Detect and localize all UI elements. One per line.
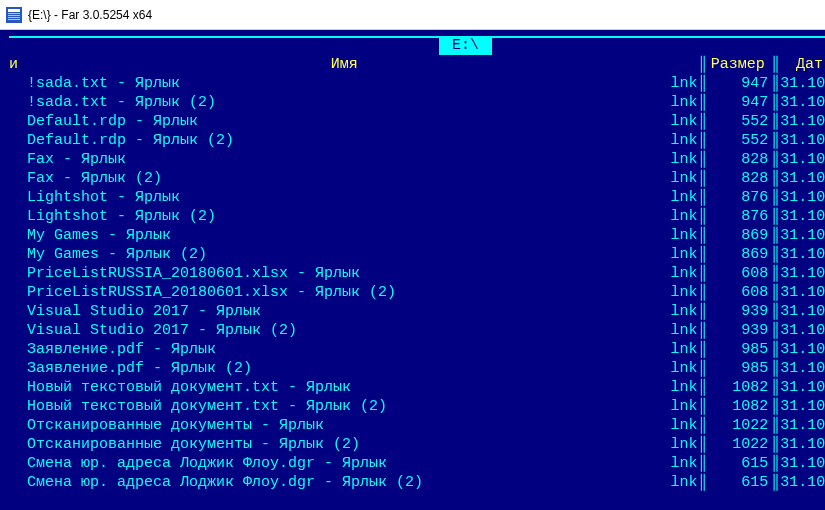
file-date: 31.10 <box>780 340 825 359</box>
file-row[interactable]: Смена юр. адреса Лоджик Флоу.dgr - Ярлык… <box>0 454 825 473</box>
file-name: Смена юр. адреса Лоджик Флоу.dgr - Ярлык <box>27 454 662 473</box>
file-name: Отсканированные документы - Ярлык (2) <box>27 435 662 454</box>
file-row[interactable]: Visual Studio 2017 - Ярлыкlnk║939║31.10 <box>0 302 825 321</box>
col-separator: ║ <box>697 188 707 207</box>
file-name: Lightshot - Ярлык <box>27 188 662 207</box>
file-name: Отсканированные документы - Ярлык <box>27 416 662 435</box>
file-row[interactable]: Fax - Ярлык (2)lnk║828║31.10 <box>0 169 825 188</box>
col-separator: ║ <box>770 188 780 207</box>
svg-rect-5 <box>8 19 20 20</box>
file-name: !sada.txt - Ярлык (2) <box>27 93 662 112</box>
file-size: 985 <box>707 340 770 359</box>
col-separator: ║ <box>697 226 707 245</box>
file-ext: lnk <box>662 131 698 150</box>
file-size: 615 <box>707 473 770 492</box>
file-row[interactable]: !sada.txt - Ярлыкlnk║947║31.10 <box>0 74 825 93</box>
file-row[interactable]: Заявление.pdf - Ярлыкlnk║985║31.10 <box>0 340 825 359</box>
file-name: PriceListRUSSIA_20180601.xlsx - Ярлык (2… <box>27 283 662 302</box>
svg-rect-2 <box>8 13 20 14</box>
file-date: 31.10 <box>780 245 825 264</box>
file-name: My Games - Ярлык <box>27 226 662 245</box>
panel-path[interactable]: E:\ <box>439 36 492 55</box>
col-separator: ║ <box>770 321 780 340</box>
file-row[interactable]: Visual Studio 2017 - Ярлык (2)lnk║939║31… <box>0 321 825 340</box>
file-name: PriceListRUSSIA_20180601.xlsx - Ярлык <box>27 264 662 283</box>
file-row[interactable]: Default.rdp - Ярлыкlnk║552║31.10 <box>0 112 825 131</box>
file-date: 31.10 <box>780 74 825 93</box>
col-separator: ║ <box>697 397 707 416</box>
file-date: 31.10 <box>780 473 825 492</box>
col-separator: ║ <box>770 302 780 321</box>
file-size: 1082 <box>707 397 770 416</box>
file-size: 552 <box>707 131 770 150</box>
window-titlebar[interactable]: {E:\} - Far 3.0.5254 x64 <box>0 0 825 30</box>
file-date: 31.10 <box>780 359 825 378</box>
col-separator: ║ <box>770 264 780 283</box>
file-row[interactable]: Lightshot - Ярлык (2)lnk║876║31.10 <box>0 207 825 226</box>
col-separator: ║ <box>697 150 707 169</box>
file-ext: lnk <box>662 93 698 112</box>
file-size: 939 <box>707 302 770 321</box>
file-row[interactable]: Fax - Ярлыкlnk║828║31.10 <box>0 150 825 169</box>
file-list[interactable]: !sada.txt - Ярлыкlnk║947║31.10!sada.txt … <box>0 74 825 492</box>
file-row[interactable]: Default.rdp - Ярлык (2)lnk║552║31.10 <box>0 131 825 150</box>
file-ext: lnk <box>662 188 698 207</box>
file-size: 1022 <box>707 416 770 435</box>
col-separator: ║ <box>697 454 707 473</box>
col-separator: ║ <box>770 283 780 302</box>
col-separator: ║ <box>697 435 707 454</box>
col-separator: ║ <box>770 74 780 93</box>
file-name: Fax - Ярлык (2) <box>27 169 662 188</box>
file-size: 939 <box>707 321 770 340</box>
col-separator: ║ <box>770 416 780 435</box>
panel-top-border: E:\ <box>0 36 825 55</box>
col-separator: ║ <box>697 416 707 435</box>
file-date: 31.10 <box>780 112 825 131</box>
file-row[interactable]: PriceListRUSSIA_20180601.xlsx - Ярлыкlnk… <box>0 264 825 283</box>
file-row[interactable]: Смена юр. адреса Лоджик Флоу.dgr - Ярлык… <box>0 473 825 492</box>
col-separator: ║ <box>697 169 707 188</box>
file-row[interactable]: Lightshot - Ярлыкlnk║876║31.10 <box>0 188 825 207</box>
file-size: 876 <box>707 188 770 207</box>
file-row[interactable]: My Games - Ярлыкlnk║869║31.10 <box>0 226 825 245</box>
file-panel[interactable]: E:\ и Имя ║ Размер ║ Дат !sada.txt - Ярл… <box>0 30 825 510</box>
file-ext: lnk <box>662 435 698 454</box>
file-row[interactable]: Отсканированные документы - Ярлык (2)lnk… <box>0 435 825 454</box>
file-row[interactable]: Новый текстовый документ.txt - Ярлык (2)… <box>0 397 825 416</box>
file-ext: lnk <box>662 283 698 302</box>
col-separator: ║ <box>770 226 780 245</box>
file-ext: lnk <box>662 264 698 283</box>
app-icon <box>6 7 22 23</box>
file-ext: lnk <box>662 397 698 416</box>
file-ext: lnk <box>662 226 698 245</box>
file-name: Lightshot - Ярлык (2) <box>27 207 662 226</box>
col-separator: ║ <box>770 169 780 188</box>
file-row[interactable]: PriceListRUSSIA_20180601.xlsx - Ярлык (2… <box>0 283 825 302</box>
col-separator: ║ <box>770 340 780 359</box>
file-name: Новый текстовый документ.txt - Ярлык (2) <box>27 397 662 416</box>
file-size: 828 <box>707 150 770 169</box>
file-name: Fax - Ярлык <box>27 150 662 169</box>
file-ext: lnk <box>662 378 698 397</box>
file-name: !sada.txt - Ярлык <box>27 74 662 93</box>
file-row[interactable]: !sada.txt - Ярлык (2)lnk║947║31.10 <box>0 93 825 112</box>
file-row[interactable]: Заявление.pdf - Ярлык (2)lnk║985║31.10 <box>0 359 825 378</box>
file-ext: lnk <box>662 454 698 473</box>
file-name: Заявление.pdf - Ярлык <box>27 340 662 359</box>
file-row[interactable]: My Games - Ярлык (2)lnk║869║31.10 <box>0 245 825 264</box>
file-date: 31.10 <box>780 283 825 302</box>
col-header-name[interactable]: Имя <box>27 55 662 74</box>
file-date: 31.10 <box>780 207 825 226</box>
col-header-date[interactable]: Дат <box>780 55 825 74</box>
file-name: Visual Studio 2017 - Ярлык (2) <box>27 321 662 340</box>
file-ext: lnk <box>662 112 698 131</box>
file-date: 31.10 <box>780 169 825 188</box>
file-row[interactable]: Новый текстовый документ.txt - Ярлыкlnk║… <box>0 378 825 397</box>
col-separator: ║ <box>697 131 707 150</box>
file-row[interactable]: Отсканированные документы - Ярлыкlnk║102… <box>0 416 825 435</box>
col-header-size[interactable]: Размер <box>707 55 770 74</box>
file-ext: lnk <box>662 74 698 93</box>
sort-indicator[interactable]: и <box>9 55 27 74</box>
col-separator: ║ <box>770 55 780 74</box>
file-date: 31.10 <box>780 131 825 150</box>
